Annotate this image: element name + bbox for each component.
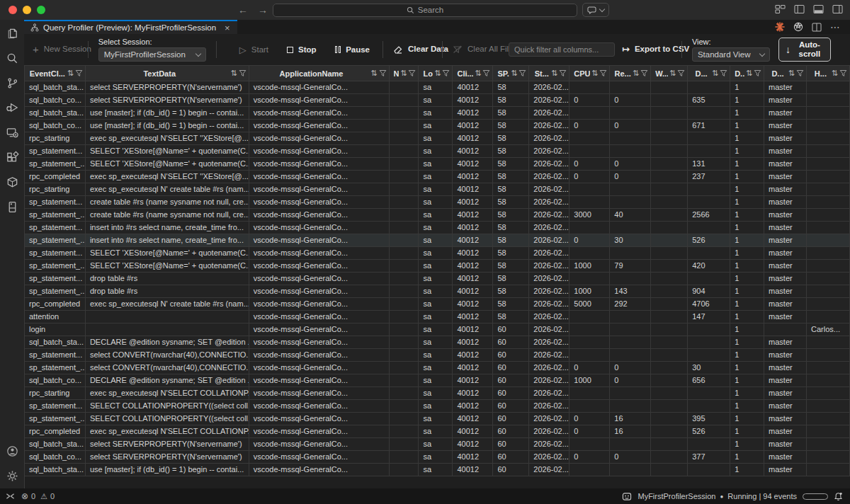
table-row[interactable]: sql_batch_co...select SERVERPROPERTY(N's…: [25, 94, 850, 107]
openai-icon[interactable]: [793, 22, 803, 32]
filter-funnel-icon[interactable]: [379, 69, 387, 77]
table-row[interactable]: rpc_startingexec sp_executesql N' create…: [25, 183, 850, 196]
sort-icon[interactable]: ⇅: [633, 69, 639, 78]
table-row[interactable]: sp_statement_...drop table #rsvscode-mss…: [25, 285, 850, 298]
containers-icon[interactable]: [4, 173, 21, 190]
sort-icon[interactable]: ⇅: [551, 69, 557, 78]
maximize-window-button[interactable]: [37, 6, 45, 14]
split-editor-icon[interactable]: [812, 23, 822, 32]
table-row[interactable]: sql_batch_sta...use [master]; if (db_id(…: [25, 464, 850, 476]
table-row[interactable]: sql_batch_sta...use [master]; if (db_id(…: [25, 107, 850, 120]
select-session-dropdown[interactable]: MyFirstProfilerSession: [98, 47, 206, 62]
table-row[interactable]: sp_statement_...create table #rs (name s…: [25, 209, 850, 222]
settings-gear-icon[interactable]: [4, 467, 21, 484]
stop-button[interactable]: Stop: [287, 45, 317, 54]
quick-filter-input[interactable]: [509, 42, 615, 57]
filter-funnel-icon[interactable]: [75, 69, 83, 77]
claude-icon[interactable]: [775, 22, 785, 32]
filter-funnel-icon[interactable]: [754, 69, 761, 77]
sort-icon[interactable]: ⇅: [230, 69, 237, 78]
column-header[interactable]: D...⇅: [764, 66, 807, 81]
sort-icon[interactable]: ⇅: [400, 69, 407, 78]
filter-funnel-icon[interactable]: [839, 69, 847, 77]
new-session-button[interactable]: + New Session: [33, 43, 78, 55]
filter-funnel-icon[interactable]: [442, 69, 450, 77]
sort-icon[interactable]: ⇅: [832, 69, 838, 78]
filter-funnel-icon[interactable]: [408, 69, 416, 77]
filter-funnel-icon[interactable]: [239, 69, 246, 77]
sort-icon[interactable]: ⇅: [67, 69, 74, 78]
start-button[interactable]: ▷ Start: [239, 45, 268, 55]
column-header[interactable]: D...⇅: [688, 66, 730, 81]
table-row[interactable]: loginvscode-mssql-GeneralCo...sa40012602…: [25, 323, 850, 336]
table-row[interactable]: sql_batch_co...select SERVERPROPERTY(N's…: [25, 451, 850, 464]
table-row[interactable]: rpc_startingexec sp_executesql N'SELECT …: [25, 387, 850, 400]
filter-funnel-icon[interactable]: [518, 69, 526, 77]
remote-window-icon[interactable]: [6, 492, 15, 500]
toggle-primary-sidebar-icon[interactable]: [794, 4, 805, 14]
filter-funnel-icon[interactable]: [677, 69, 685, 77]
sort-icon[interactable]: ⇅: [511, 69, 517, 78]
problems-indicator[interactable]: ⊗ 0 ⚠ 0: [21, 491, 55, 501]
table-row[interactable]: sp_statement_...SELECT 'XEStore[@Name=' …: [25, 158, 850, 171]
filter-funnel-icon[interactable]: [640, 69, 648, 77]
table-row[interactable]: rpc_completedexec sp_executesql N' creat…: [25, 298, 850, 311]
column-header[interactable]: W...⇅: [651, 66, 688, 81]
view-dropdown[interactable]: Standard View: [692, 47, 770, 62]
table-row[interactable]: sp_statement...SELECT COLLATIONPROPERTY(…: [25, 400, 850, 413]
pause-button[interactable]: Pause: [335, 45, 370, 54]
back-icon[interactable]: ←: [238, 4, 248, 16]
column-header[interactable]: Lo...⇅: [419, 66, 453, 81]
copilot-chat-button[interactable]: [582, 3, 609, 17]
export-csv-button[interactable]: ↦ Export to CSV: [622, 45, 672, 55]
extensions-icon[interactable]: [4, 149, 21, 166]
filter-funnel-icon[interactable]: [599, 69, 607, 77]
autoscroll-toggle[interactable]: ↓ Auto-scroll: [778, 38, 831, 62]
session-status[interactable]: MyFirstProfilerSession ● Running | 94 ev…: [638, 492, 797, 500]
sort-icon[interactable]: ⇅: [669, 69, 676, 78]
column-header[interactable]: SP...⇅: [493, 66, 529, 81]
table-row[interactable]: sp_statement...create table #rs (name sy…: [25, 196, 850, 209]
table-row[interactable]: sp_statement_...insert into #rs select n…: [25, 234, 850, 247]
table-row[interactable]: sp_statement...SELECT 'XEStore[@Name=' +…: [25, 145, 850, 158]
table-row[interactable]: rpc_completedexec sp_executesql N'SELECT…: [25, 425, 850, 438]
table-row[interactable]: sql_batch_sta...select SERVERPROPERTY(N'…: [25, 81, 850, 94]
table-row[interactable]: sp_statement_...select CONVERT(nvarchar(…: [25, 362, 850, 374]
clear-data-button[interactable]: Clear Data: [393, 45, 432, 55]
table-row[interactable]: sp_statement_...SELECT COLLATIONPROPERTY…: [25, 413, 850, 425]
table-row[interactable]: sp_statement_...SELECT 'XEStore[@Name=' …: [25, 260, 850, 273]
sort-icon[interactable]: ⇅: [746, 69, 752, 78]
customize-layout-icon[interactable]: [775, 4, 786, 14]
run-debug-icon[interactable]: [4, 99, 21, 116]
forward-icon[interactable]: →: [258, 4, 268, 16]
table-row[interactable]: sp_statement...drop table #rsvscode-mssq…: [25, 273, 850, 285]
more-actions-icon[interactable]: ⋯: [830, 21, 840, 33]
sort-icon[interactable]: ⇅: [475, 69, 481, 78]
table-row[interactable]: sp_statement...select CONVERT(nvarchar(4…: [25, 349, 850, 362]
column-header[interactable]: H...⇅: [807, 66, 850, 81]
table-row[interactable]: sp_statement...SELECT 'XEStore[@Name=' +…: [25, 247, 850, 260]
column-header[interactable]: CPU⇅: [570, 66, 610, 81]
column-header[interactable]: St...⇅: [529, 66, 570, 81]
table-row[interactable]: sp_statement...insert into #rs select na…: [25, 222, 850, 234]
table-row[interactable]: attentionvscode-mssql-GeneralCo...sa4001…: [25, 311, 850, 323]
table-row[interactable]: sql_batch_co...use [master]; if (db_id()…: [25, 120, 850, 132]
database-icon[interactable]: [4, 198, 21, 215]
filter-funnel-icon[interactable]: [559, 69, 567, 77]
column-header[interactable]: Re...⇅: [610, 66, 651, 81]
search-sidebar-icon[interactable]: [4, 50, 21, 67]
table-row[interactable]: sql_batch_sta...DECLARE @edition sysname…: [25, 336, 850, 349]
table-row[interactable]: sql_batch_sta...select SERVERPROPERTY(N'…: [25, 438, 850, 451]
filter-funnel-icon[interactable]: [796, 69, 804, 77]
sort-icon[interactable]: ⇅: [434, 69, 441, 78]
sort-icon[interactable]: ⇅: [370, 69, 377, 78]
toggle-panel-icon[interactable]: [813, 4, 824, 14]
column-header[interactable]: EventCl...⇅: [25, 66, 86, 81]
column-header[interactable]: D...⇅: [730, 66, 764, 81]
remote-explorer-icon[interactable]: [4, 124, 21, 141]
column-header[interactable]: ApplicationName⇅: [249, 66, 390, 81]
account-icon[interactable]: [4, 442, 21, 459]
close-window-button[interactable]: [8, 6, 17, 14]
clear-all-filters-button[interactable]: Clear All Filters: [453, 45, 502, 55]
column-header[interactable]: TextData⇅: [86, 66, 249, 81]
